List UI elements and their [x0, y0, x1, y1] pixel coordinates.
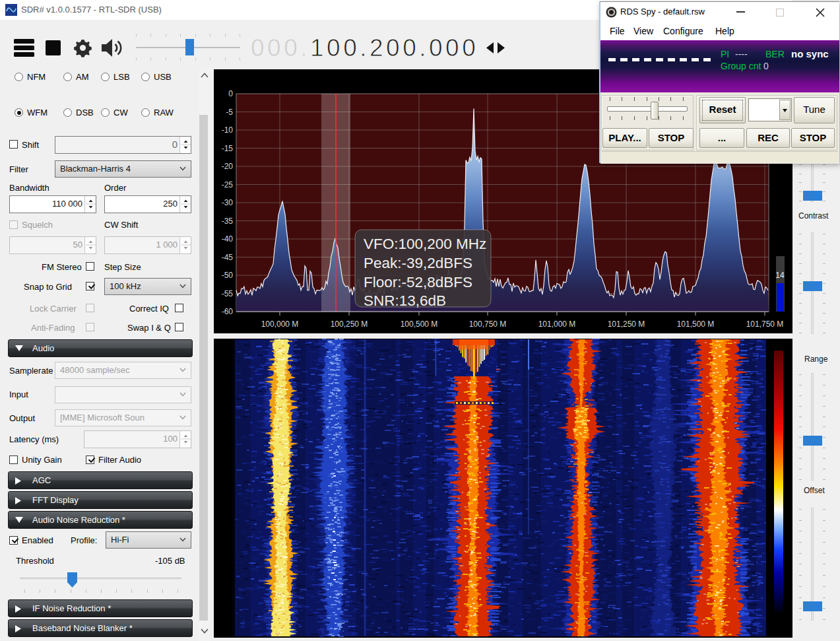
svg-text:-40: -40	[222, 234, 234, 244]
svg-text:-35: -35	[222, 217, 234, 226]
svg-text:100,250 M: 100,250 M	[331, 320, 368, 329]
svg-text:101,500 M: 101,500 M	[677, 320, 715, 329]
svg-text:101,250 M: 101,250 M	[608, 320, 645, 329]
svg-text:100,500 M: 100,500 M	[401, 320, 438, 329]
svg-text:-5: -5	[226, 108, 233, 117]
svg-text:-45: -45	[222, 253, 234, 262]
svg-text:-60: -60	[222, 307, 234, 316]
svg-text:-55: -55	[222, 289, 234, 298]
svg-text:-30: -30	[222, 198, 234, 207]
svg-text:-50: -50	[222, 271, 234, 280]
svg-text:VFO:100,200 MHz: VFO:100,200 MHz	[364, 236, 486, 252]
svg-text:Floor:-52,8dBFS: Floor:-52,8dBFS	[364, 274, 472, 290]
svg-text:14: 14	[775, 271, 785, 280]
svg-text:-15: -15	[222, 144, 234, 153]
svg-text:100,750 M: 100,750 M	[469, 320, 507, 329]
svg-text:-20: -20	[222, 162, 234, 171]
svg-text:-10: -10	[222, 125, 234, 135]
svg-text:SNR:13,6dB: SNR:13,6dB	[364, 292, 446, 309]
svg-text:100,000 M: 100,000 M	[261, 320, 299, 329]
svg-text:-25: -25	[222, 180, 234, 189]
svg-text:0: 0	[228, 89, 233, 98]
svg-text:101,750 M: 101,750 M	[746, 320, 784, 329]
svg-text:101,000 M: 101,000 M	[538, 320, 576, 329]
svg-text:Peak:-39,2dBFS: Peak:-39,2dBFS	[364, 255, 472, 271]
